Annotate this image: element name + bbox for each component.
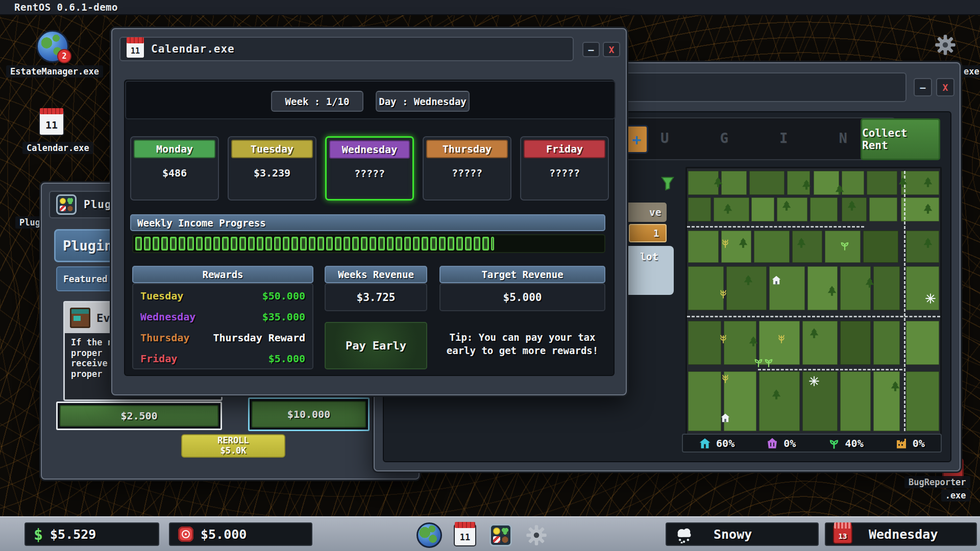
pine-icon — [796, 237, 807, 248]
week-indicator[interactable]: Week : 1/10 — [271, 91, 363, 112]
day-card-header: Wednesday — [329, 140, 410, 159]
map-tile[interactable] — [840, 266, 871, 310]
tax-tip-text: Tip: You can pay your tax early to get m… — [439, 331, 605, 357]
collect-rent-button[interactable]: Collect Rent — [861, 118, 940, 160]
plugins-icon — [489, 524, 512, 546]
map-tile[interactable] — [688, 197, 711, 221]
day-card-monday[interactable]: Monday$486 — [130, 136, 219, 201]
map-tile[interactable] — [688, 371, 721, 431]
progress-segment — [387, 237, 394, 251]
map-tile[interactable] — [688, 231, 719, 262]
os-title: RentOS 0.6.1-demo — [14, 2, 118, 13]
taskbar-settings-button[interactable] — [523, 521, 550, 549]
map-tile[interactable] — [906, 321, 939, 365]
gear-icon[interactable] — [935, 34, 956, 56]
close-button[interactable]: X — [936, 78, 954, 96]
pine-icon — [890, 381, 901, 392]
day-card-header: Thursday — [426, 140, 508, 158]
stat-value: 0% — [913, 437, 925, 449]
map-tile[interactable] — [873, 266, 900, 310]
buy-button-2[interactable]: $10.000 — [252, 401, 366, 428]
map-tile[interactable] — [840, 371, 871, 431]
money-display: $ $5.529 — [24, 522, 159, 546]
pine-icon — [846, 200, 857, 211]
map-stat: 0% — [766, 437, 796, 449]
map-tile[interactable] — [840, 321, 871, 365]
add-plugin-button[interactable]: + — [625, 125, 648, 154]
map-tile[interactable] — [751, 197, 774, 221]
estate-map[interactable] — [685, 167, 942, 435]
map-tile[interactable] — [749, 171, 785, 195]
map-tile[interactable] — [810, 197, 838, 221]
day-card-tuesday[interactable]: Tuesday$3.239 — [228, 136, 316, 201]
map-tile[interactable] — [873, 321, 900, 365]
map-tile[interactable] — [721, 171, 747, 195]
progress-segment — [448, 237, 454, 251]
filter-funnel-icon[interactable] — [659, 176, 676, 191]
day-card-value: $3.239 — [229, 167, 315, 179]
taskbar-estate-manager-button[interactable] — [415, 521, 443, 549]
progress-segment — [317, 237, 324, 251]
map-tile[interactable] — [869, 197, 897, 221]
map-tile[interactable] — [769, 266, 804, 310]
map-tile[interactable] — [754, 231, 789, 262]
reward-row: Wednesday$35.000 — [133, 306, 312, 327]
calendar-desktop-icon[interactable]: 11 — [40, 111, 63, 135]
tax-display: $5.000 — [169, 522, 312, 546]
progress-segment — [378, 237, 385, 251]
weather-display: Snowy — [666, 522, 819, 546]
map-tile[interactable] — [759, 371, 799, 431]
map-tile[interactable] — [863, 231, 898, 262]
taskbar-plugins-button[interactable] — [487, 521, 514, 549]
day-cards-row: Monday$486Tuesday$3.239Wednesday?????Thu… — [130, 136, 610, 201]
wheat-icon — [720, 372, 731, 384]
reward-day: Friday — [140, 353, 177, 365]
plant-icon — [828, 437, 840, 449]
plugin-price-card[interactable]: $2.500 — [56, 402, 222, 430]
map-tile[interactable] — [802, 321, 838, 365]
map-tile[interactable] — [726, 266, 767, 310]
quantity-button[interactable]: 1 — [629, 224, 667, 242]
day-indicator[interactable]: Day : Wednesday — [376, 91, 470, 112]
reroll-button[interactable]: REROLL $5.0K — [181, 434, 285, 458]
day-card-wednesday[interactable]: Wednesday????? — [325, 136, 414, 201]
weekly-income-progress-bar — [132, 234, 605, 253]
map-tile[interactable] — [802, 371, 838, 431]
calendar-window-content: Week : 1/10 Day : Wednesday Monday$486Tu… — [124, 80, 615, 376]
progress-segment — [196, 237, 203, 251]
shop-building-icon — [70, 308, 90, 328]
calendar-window-titlebar[interactable]: 11 Calendar.exe — [119, 37, 574, 61]
reward-value: Thursday Reward — [213, 332, 305, 344]
progress-segment — [291, 237, 298, 251]
target-revenue-header: Target Revenue — [439, 266, 605, 283]
reward-value: $50.000 — [262, 290, 305, 302]
pine-icon — [864, 277, 875, 288]
taskbar-calendar-button[interactable]: 11 — [451, 521, 479, 549]
pine-icon — [738, 237, 749, 248]
day-label: Wednesday — [869, 527, 938, 542]
pay-early-button[interactable]: Pay Early — [325, 322, 427, 369]
minimize-button[interactable]: – — [582, 42, 600, 57]
map-road-line — [758, 369, 902, 370]
reward-day: Tuesday — [140, 290, 183, 302]
close-button[interactable]: X — [603, 42, 620, 57]
estate-manager-desktop-icon[interactable]: 2 — [36, 30, 69, 63]
calendar-icon: 11 — [455, 525, 475, 545]
plugin-price-card-2[interactable]: $10.000 — [248, 397, 370, 431]
map-stat: 40% — [828, 437, 864, 449]
estate-manager-icon-label: EstateManager.exe — [6, 65, 103, 78]
map-tile[interactable] — [688, 321, 721, 365]
progress-segment — [430, 237, 437, 251]
reward-value: $5.000 — [268, 353, 305, 365]
map-tile[interactable] — [906, 371, 939, 431]
day-card-header: Friday — [524, 140, 605, 158]
day-card-thursday[interactable]: Thursday????? — [423, 136, 511, 201]
minimize-button[interactable]: – — [914, 78, 932, 96]
reward-row: Friday$5.000 — [133, 348, 312, 369]
buy-button[interactable]: $2.500 — [60, 405, 218, 427]
day-card-friday[interactable]: Friday????? — [520, 136, 609, 201]
calendar-red-icon: 13 — [834, 525, 851, 543]
progress-segment — [161, 237, 168, 251]
map-tile[interactable] — [867, 171, 897, 195]
reward-day: Wednesday — [140, 311, 195, 323]
